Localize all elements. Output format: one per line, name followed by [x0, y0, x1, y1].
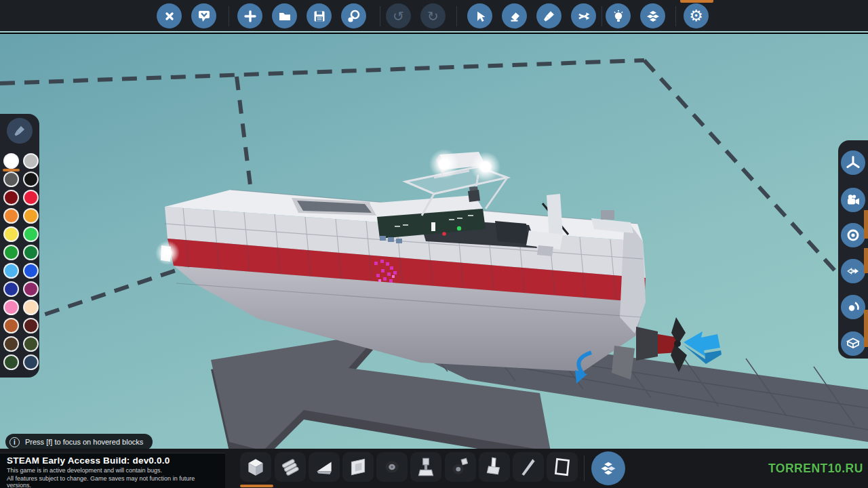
- transform-tool-button[interactable]: [571, 3, 596, 28]
- palette-swatch-rust[interactable]: [3, 318, 19, 333]
- palette-swatch-white[interactable]: [3, 153, 19, 169]
- engine-icon: [281, 455, 299, 479]
- focus-button[interactable]: [841, 223, 865, 247]
- build-title: STEAM Early Access Build: dev0.0.0: [7, 455, 218, 466]
- erase-tool-button[interactable]: [502, 3, 527, 28]
- thrust-arrow: [684, 331, 722, 364]
- palette-swatch-magenta[interactable]: [23, 281, 39, 297]
- right-indicator-bar: [864, 210, 868, 239]
- toolbar-group-history: ↺ ↻: [386, 3, 446, 28]
- palette-brush-button[interactable]: [7, 118, 33, 144]
- exit-button[interactable]: [157, 3, 182, 28]
- rotate-button[interactable]: [841, 295, 865, 319]
- floppy-icon: [311, 8, 328, 24]
- palette-swatch-red[interactable]: [23, 190, 39, 205]
- suspension-wheel-icon: [452, 455, 469, 479]
- new-creation-button[interactable]: [237, 3, 262, 28]
- toolbar-separator: [601, 6, 602, 26]
- palette-swatch-amber[interactable]: [23, 208, 39, 224]
- block-slot-engine[interactable]: [275, 452, 306, 482]
- save-button[interactable]: [307, 3, 332, 28]
- folder-icon: [277, 8, 293, 24]
- block-slot-panel[interactable]: [342, 452, 374, 482]
- hotbar-separator: [584, 455, 585, 481]
- toolbar-separator: [456, 6, 457, 26]
- block-slot-blade[interactable]: [513, 452, 544, 482]
- palette-swatch-green[interactable]: [3, 245, 19, 260]
- camera-button[interactable]: [841, 188, 865, 212]
- brush-icon: [541, 8, 557, 24]
- target-icon: [845, 227, 861, 243]
- mirror-button[interactable]: [841, 259, 865, 283]
- toolbar-group-view: [606, 3, 665, 28]
- boat: [155, 149, 722, 384]
- gear-icon: ⚙: [689, 8, 703, 24]
- redo-button[interactable]: ↻: [420, 3, 446, 28]
- chunk-button[interactable]: [841, 331, 865, 356]
- palette-swatch-navy[interactable]: [3, 281, 19, 297]
- seat-icon: [486, 455, 503, 479]
- steam-icon: [346, 8, 362, 24]
- undo-icon: ↺: [393, 9, 404, 23]
- palette-swatch-forest[interactable]: [3, 354, 19, 370]
- palette-swatch-dark-green[interactable]: [23, 245, 39, 260]
- load-button[interactable]: [272, 3, 297, 28]
- blocks-view-button[interactable]: [640, 3, 665, 28]
- block-slot-wedge[interactable]: [309, 452, 340, 482]
- workshop-button[interactable]: [191, 3, 216, 28]
- palette-swatch-orange[interactable]: [3, 208, 19, 224]
- toolbar-group-session: [157, 3, 216, 28]
- top-toolbar: ↺ ↻: [0, 0, 868, 33]
- boat-stern: [620, 225, 646, 333]
- block-slot-frame[interactable]: [547, 452, 578, 482]
- block-slot-suspension-wheel[interactable]: [445, 452, 476, 482]
- palette-swatch-brown[interactable]: [3, 336, 19, 352]
- rotor-button[interactable]: [841, 150, 865, 175]
- undo-button[interactable]: ↺: [386, 3, 411, 28]
- block-menu-button[interactable]: [591, 451, 625, 485]
- toolbar-group-tools: [467, 3, 596, 28]
- build-info-panel: STEAM Early Access Build: dev0.0.0 This …: [0, 453, 225, 488]
- palette-swatch-light-blue[interactable]: [3, 263, 19, 279]
- palette-swatch-black[interactable]: [23, 171, 39, 187]
- watermark: TORRENT10.RU: [768, 462, 863, 476]
- settings-button[interactable]: ⚙: [684, 3, 709, 28]
- viewport[interactable]: [0, 34, 868, 449]
- box-icon: [845, 336, 861, 352]
- scene-art: [0, 34, 868, 449]
- panel-icon: [349, 455, 367, 479]
- rotor-icon: [845, 155, 861, 171]
- palette-swatch-pink[interactable]: [3, 300, 19, 315]
- block-slot-wheel[interactable]: [376, 452, 408, 482]
- steam-workshop-button[interactable]: [341, 3, 366, 28]
- hint-text: Press [f] to focus on hovered blocks: [25, 438, 143, 446]
- transform-arrows-icon: [576, 8, 592, 24]
- palette-swatch-slate-blue[interactable]: [23, 354, 39, 370]
- paint-brush-icon: [12, 123, 27, 138]
- eraser-icon: [507, 8, 523, 24]
- palette-swatch-maroon[interactable]: [23, 318, 39, 333]
- frame-icon: [553, 455, 571, 479]
- palette-swatch-olive[interactable]: [23, 336, 39, 352]
- palette-swatch-light-gray[interactable]: [23, 153, 39, 169]
- block-slot-actuator[interactable]: [410, 452, 441, 482]
- settings-active-indicator: [680, 0, 713, 3]
- palette-swatch-peach[interactable]: [23, 300, 39, 315]
- palette-swatch-dark-red[interactable]: [3, 190, 19, 205]
- palette-swatch-bright-green[interactable]: [23, 226, 39, 242]
- toolbar-group-settings: ⚙: [684, 3, 709, 28]
- redo-icon: ↻: [427, 9, 439, 23]
- build-line-2: All features subject to change. Game sav…: [7, 475, 218, 488]
- block-slot-seat[interactable]: [479, 452, 510, 482]
- palette-swatch-yellow[interactable]: [3, 226, 19, 242]
- select-tool-button[interactable]: [467, 3, 492, 28]
- palette-swatch-dark-gray[interactable]: [3, 171, 19, 187]
- rotate-icon: [845, 299, 861, 315]
- palette-swatch-blue[interactable]: [23, 263, 39, 279]
- lights-toggle-button[interactable]: [606, 3, 631, 28]
- paint-tool-button[interactable]: [536, 3, 561, 28]
- block-slot-cube[interactable]: [240, 452, 271, 482]
- selected-block-indicator: [240, 485, 273, 487]
- cubes-icon: [645, 8, 661, 24]
- actuator-icon: [417, 455, 435, 479]
